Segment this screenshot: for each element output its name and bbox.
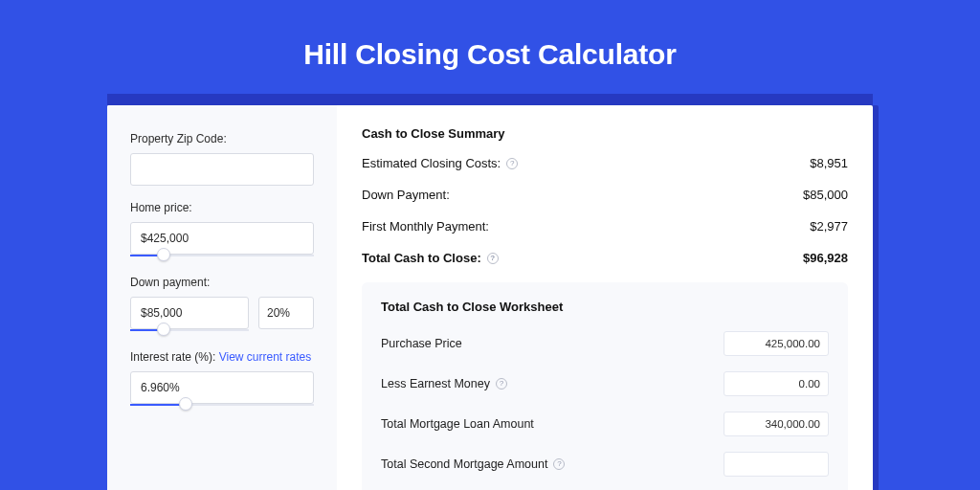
summary-total-label: Total Cash to Close: xyxy=(362,251,481,265)
help-icon[interactable]: ? xyxy=(487,253,499,264)
summary-row-total: Total Cash to Close: ? $96,928 xyxy=(362,251,848,265)
summary-label: Estimated Closing Costs: xyxy=(362,156,501,170)
worksheet-row-mortgage-amount: Total Mortgage Loan Amount xyxy=(381,412,829,436)
worksheet-panel: Total Cash to Close Worksheet Purchase P… xyxy=(362,282,848,490)
summary-value: $2,977 xyxy=(810,219,848,234)
down-payment-slider[interactable] xyxy=(130,297,249,329)
home-price-field: Home price: xyxy=(130,201,314,255)
interest-rate-field: Interest rate (%): View current rates xyxy=(130,350,314,404)
down-payment-label: Down payment: xyxy=(130,276,314,289)
interest-rate-input[interactable] xyxy=(130,371,314,404)
help-icon[interactable]: ? xyxy=(506,158,518,169)
slider-thumb[interactable] xyxy=(157,323,170,336)
summary-row-first-payment: First Monthly Payment: $2,977 xyxy=(362,219,848,234)
zip-label: Property Zip Code: xyxy=(130,132,314,145)
worksheet-input[interactable] xyxy=(724,452,829,477)
down-payment-input[interactable] xyxy=(130,297,249,329)
down-payment-field: Down payment: xyxy=(130,276,314,329)
worksheet-row-second-mortgage: Total Second Mortgage Amount ? xyxy=(381,452,829,477)
home-price-label: Home price: xyxy=(130,201,314,214)
worksheet-title: Total Cash to Close Worksheet xyxy=(381,300,829,314)
worksheet-input[interactable] xyxy=(724,412,829,436)
view-rates-link[interactable]: View current rates xyxy=(219,350,312,364)
worksheet-row-earnest-money: Less Earnest Money ? xyxy=(381,371,829,396)
help-icon[interactable]: ? xyxy=(553,458,565,470)
interest-rate-label-row: Interest rate (%): View current rates xyxy=(130,350,314,364)
slider-thumb[interactable] xyxy=(179,397,192,411)
summary-total-value: $96,928 xyxy=(803,251,848,265)
slider-fill xyxy=(130,404,186,406)
page-title: Hill Closing Cost Calculator xyxy=(0,0,980,94)
summary-label: First Monthly Payment: xyxy=(362,219,489,234)
calculator-card: Property Zip Code: Home price: Down paym… xyxy=(107,105,873,490)
home-price-slider[interactable] xyxy=(130,222,314,255)
summary-row-down-payment: Down Payment: $85,000 xyxy=(362,188,848,202)
down-payment-pct-input[interactable] xyxy=(258,297,314,329)
zip-field: Property Zip Code: xyxy=(130,132,314,186)
worksheet-label: Less Earnest Money xyxy=(381,377,490,390)
slider-thumb[interactable] xyxy=(157,248,170,261)
worksheet-label: Total Mortgage Loan Amount xyxy=(381,417,534,431)
interest-rate-label: Interest rate (%): xyxy=(130,350,219,364)
card-shadow xyxy=(107,94,873,105)
worksheet-label: Purchase Price xyxy=(381,337,462,350)
worksheet-input[interactable] xyxy=(724,371,829,396)
inputs-panel: Property Zip Code: Home price: Down paym… xyxy=(107,105,337,490)
worksheet-input[interactable] xyxy=(724,331,829,356)
zip-input[interactable] xyxy=(130,153,314,186)
summary-title: Cash to Close Summary xyxy=(362,126,848,141)
worksheet-label: Total Second Mortgage Amount xyxy=(381,457,547,471)
worksheet-row-purchase-price: Purchase Price xyxy=(381,331,829,356)
help-icon[interactable]: ? xyxy=(496,378,507,390)
interest-rate-slider[interactable] xyxy=(130,371,314,404)
results-panel: Cash to Close Summary Estimated Closing … xyxy=(337,105,873,490)
summary-value: $85,000 xyxy=(803,188,848,202)
summary-row-closing-costs: Estimated Closing Costs: ? $8,951 xyxy=(362,156,848,170)
summary-label: Down Payment: xyxy=(362,188,450,202)
summary-value: $8,951 xyxy=(810,156,848,170)
